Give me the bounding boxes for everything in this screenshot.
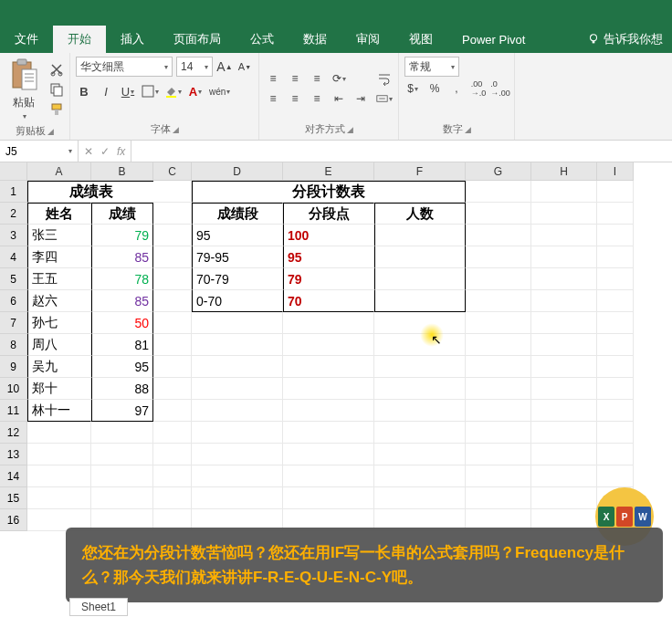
bold-button[interactable]: B: [76, 82, 92, 100]
cell[interactable]: 成绩段: [192, 203, 283, 225]
align-top-icon[interactable]: ≡: [265, 70, 281, 87]
col-header[interactable]: H: [531, 162, 597, 181]
row-header[interactable]: 7: [0, 312, 27, 334]
cell[interactable]: [466, 400, 531, 422]
fill-color-button[interactable]: ▾: [164, 82, 182, 100]
dialog-launcher-icon[interactable]: ◢: [465, 125, 471, 134]
cell[interactable]: [374, 246, 466, 268]
cell[interactable]: [153, 268, 192, 290]
cell[interactable]: [466, 203, 531, 225]
cell[interactable]: [597, 181, 634, 203]
cell[interactable]: [192, 422, 283, 444]
cell[interactable]: [597, 400, 634, 422]
decrease-font-icon[interactable]: A▼: [236, 58, 253, 76]
cell[interactable]: [597, 465, 634, 487]
tab-powerpivot[interactable]: Power Pivot: [447, 26, 540, 53]
cancel-icon[interactable]: ✕: [84, 145, 93, 158]
tab-insert[interactable]: 插入: [106, 26, 159, 53]
tell-me[interactable]: 告诉我你想: [578, 26, 672, 53]
cell[interactable]: [466, 422, 531, 444]
cell[interactable]: [91, 422, 153, 444]
cell[interactable]: [153, 378, 192, 400]
cell[interactable]: [192, 487, 283, 509]
col-header[interactable]: B: [91, 162, 153, 181]
row-header[interactable]: 15: [0, 487, 27, 509]
cell[interactable]: 成绩: [91, 203, 153, 225]
cell[interactable]: 0-70: [192, 290, 283, 312]
cell[interactable]: [597, 334, 634, 356]
cell[interactable]: [466, 268, 531, 290]
increase-font-icon[interactable]: A▲: [216, 58, 233, 76]
cell[interactable]: 70-79: [192, 268, 283, 290]
tab-home[interactable]: 开始: [53, 26, 106, 53]
cell[interactable]: 郑十: [27, 378, 91, 400]
cell[interactable]: 王五: [27, 268, 91, 290]
cell[interactable]: [597, 290, 634, 312]
cell[interactable]: [531, 378, 597, 400]
cell[interactable]: 85: [91, 246, 153, 268]
col-header[interactable]: C: [153, 162, 192, 181]
col-header[interactable]: F: [374, 162, 466, 181]
tab-formulas[interactable]: 公式: [236, 26, 289, 53]
cell[interactable]: 95: [192, 225, 283, 246]
cell[interactable]: 姓名: [27, 203, 91, 225]
cell[interactable]: [283, 312, 374, 334]
tab-view[interactable]: 视图: [394, 26, 447, 53]
cell[interactable]: [531, 465, 597, 487]
cell[interactable]: 81: [91, 334, 153, 356]
cell[interactable]: [153, 203, 192, 225]
align-center-icon[interactable]: ≡: [287, 90, 303, 107]
cell[interactable]: 赵六: [27, 290, 91, 312]
cell[interactable]: [597, 312, 634, 334]
row-header[interactable]: 12: [0, 422, 27, 444]
tab-review[interactable]: 审阅: [341, 26, 394, 53]
row-header[interactable]: 9: [0, 356, 27, 378]
cell[interactable]: 50: [91, 312, 153, 334]
cell[interactable]: 人数: [374, 203, 466, 225]
col-header[interactable]: I: [597, 162, 634, 181]
cell[interactable]: [597, 268, 634, 290]
number-format-select[interactable]: 常规▾: [404, 57, 459, 77]
font-name-select[interactable]: 华文细黑▾: [76, 57, 173, 77]
tab-file[interactable]: 文件: [0, 26, 53, 53]
align-bottom-icon[interactable]: ≡: [309, 70, 325, 87]
row-header[interactable]: 14: [0, 465, 27, 487]
cell[interactable]: [192, 378, 283, 400]
tab-layout[interactable]: 页面布局: [159, 26, 236, 53]
cell[interactable]: [531, 334, 597, 356]
cell[interactable]: 吴九: [27, 356, 91, 378]
cell[interactable]: [27, 444, 91, 465]
cell[interactable]: [597, 225, 634, 246]
cell[interactable]: [153, 290, 192, 312]
col-header[interactable]: A: [27, 162, 91, 181]
row-header[interactable]: 10: [0, 378, 27, 400]
cell[interactable]: [466, 378, 531, 400]
cut-icon[interactable]: [49, 62, 64, 77]
cell[interactable]: [466, 487, 531, 509]
cell[interactable]: 95: [91, 356, 153, 378]
dialog-launcher-icon[interactable]: ◢: [347, 125, 353, 134]
cell[interactable]: [283, 378, 374, 400]
row-header[interactable]: 3: [0, 225, 27, 246]
cell[interactable]: 分段计数表: [192, 181, 466, 203]
row-header[interactable]: 13: [0, 444, 27, 465]
row-header[interactable]: 1: [0, 181, 27, 203]
cell[interactable]: [192, 312, 283, 334]
cell[interactable]: [466, 290, 531, 312]
font-size-select[interactable]: 14▾: [176, 57, 213, 77]
cell[interactable]: [374, 444, 466, 465]
cell[interactable]: [153, 225, 192, 246]
cell[interactable]: [466, 246, 531, 268]
cell[interactable]: 79: [91, 225, 153, 246]
cell[interactable]: 张三: [27, 225, 91, 246]
row-header[interactable]: 8: [0, 334, 27, 356]
col-header[interactable]: E: [283, 162, 374, 181]
cell[interactable]: [531, 290, 597, 312]
cell[interactable]: [192, 334, 283, 356]
cell[interactable]: [374, 290, 466, 312]
align-middle-icon[interactable]: ≡: [287, 70, 303, 87]
decrease-decimal-icon[interactable]: .0→.00: [492, 80, 509, 97]
copy-icon[interactable]: [49, 82, 64, 97]
currency-icon[interactable]: $▾: [404, 80, 421, 97]
cell[interactable]: [283, 400, 374, 422]
